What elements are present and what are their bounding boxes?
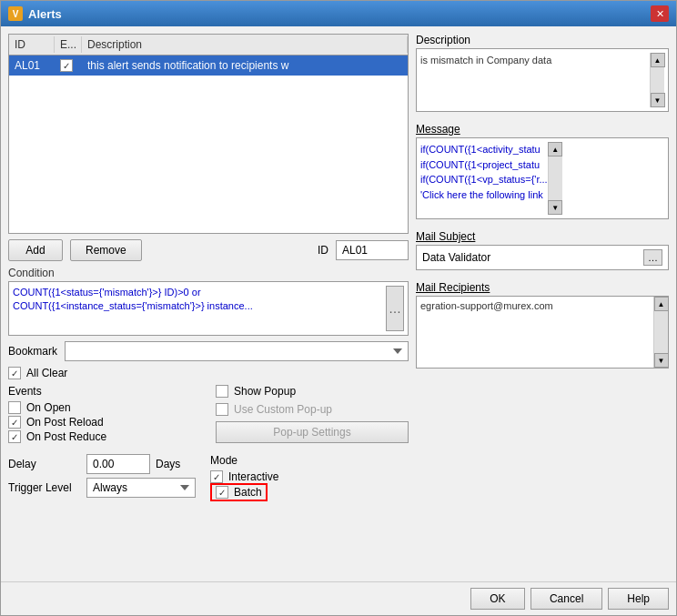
mail-recipients-field: Mail Recipients egration-support@murex.c…: [416, 281, 669, 369]
delay-trigger-section: Delay Days Trigger Level Always Once Eac…: [8, 450, 409, 501]
col-header-e: E...: [55, 36, 82, 53]
rec-scroll-down[interactable]: ▼: [654, 353, 669, 368]
on-post-reload-label: On Post Reload: [26, 416, 104, 429]
mail-subject-value: Data Validator: [422, 251, 490, 264]
alerts-table: ID E... Description AL01 ✓ this alert se…: [8, 34, 409, 234]
use-custom-popup-label: Use Custom Pop-up: [234, 403, 332, 416]
bookmark-row: Bookmark: [8, 341, 409, 361]
description-container: is mismatch in Company data ▲ ▼: [416, 48, 669, 112]
use-custom-popup-row: Use Custom Pop-up: [216, 403, 409, 416]
mail-subject-label: Mail Subject: [416, 230, 669, 243]
bookmark-select[interactable]: [65, 341, 409, 361]
trigger-row: Trigger Level Always Once Each: [8, 478, 196, 498]
condition-container: COUNT({1<status={'mismatch'}>} ID)>0 or …: [8, 281, 409, 336]
col-header-id: ID: [9, 36, 55, 53]
cancel-button[interactable]: Cancel: [530, 588, 602, 610]
on-open-checkbox[interactable]: [8, 401, 21, 414]
days-label: Days: [156, 458, 180, 470]
window-title: Alerts: [28, 7, 62, 21]
ok-button[interactable]: OK: [470, 588, 525, 610]
message-scrollbar: ▲ ▼: [548, 142, 562, 215]
mail-recipients-value: egration-support@murex.com: [417, 297, 653, 368]
on-open-label: On Open: [26, 401, 71, 414]
enabled-checkbox[interactable]: ✓: [60, 59, 73, 72]
id-label: ID: [318, 244, 328, 257]
use-custom-popup-checkbox[interactable]: [216, 403, 228, 416]
interactive-checkbox[interactable]: ✓: [210, 470, 223, 483]
message-container: if(COUNT({1<activity_statu if(COUNT({1<p…: [416, 137, 669, 219]
batch-checkbox[interactable]: ✓: [216, 486, 228, 499]
msg-scroll-up[interactable]: ▲: [548, 142, 562, 157]
show-popup-label: Show Popup: [234, 385, 296, 398]
all-clear-label: All Clear: [26, 367, 67, 379]
buttons-row: Add Remove ID: [8, 239, 409, 261]
popup-settings-button[interactable]: Pop-up Settings: [216, 421, 409, 443]
rec-scroll-up[interactable]: ▲: [654, 297, 669, 311]
close-button[interactable]: ✕: [651, 5, 669, 22]
description-scrollbar: ▲ ▼: [650, 53, 664, 107]
mail-subject-edit-button[interactable]: …: [643, 249, 662, 266]
show-popup-row: Show Popup: [216, 385, 409, 398]
left-panel: ID E... Description AL01 ✓ this alert se…: [8, 34, 409, 574]
description-field: Description is mismatch in Company data …: [416, 34, 669, 112]
on-post-reduce-label: On Post Reduce: [26, 430, 106, 443]
app-icon: V: [8, 6, 23, 21]
col-header-desc: Description: [82, 36, 408, 53]
condition-scroll[interactable]: …: [386, 286, 404, 331]
right-panel: Description is mismatch in Company data …: [416, 34, 669, 574]
on-post-reduce-row: ✓ On Post Reduce: [8, 430, 201, 443]
table-row[interactable]: AL01 ✓ this alert sends notification to …: [9, 56, 408, 76]
msg-scroll-down[interactable]: ▼: [548, 200, 562, 215]
main-content: ID E... Description AL01 ✓ this alert se…: [1, 26, 676, 581]
id-input[interactable]: [336, 240, 409, 260]
popup-col: Show Popup Use Custom Pop-up Pop-up Sett…: [216, 385, 409, 445]
description-label: Description: [416, 34, 669, 46]
all-clear-row: ✓ All Clear: [8, 367, 409, 379]
cell-id: AL01: [9, 57, 55, 74]
mail-subject-field: Mail Subject Data Validator …: [416, 230, 669, 270]
mail-subject-container: Data Validator …: [416, 245, 669, 270]
table-header: ID E... Description: [9, 35, 408, 56]
message-field: Message if(COUNT({1<activity_statu if(CO…: [416, 123, 669, 219]
mail-recipients-label: Mail Recipients: [416, 281, 669, 294]
title-bar-controls: ✕: [651, 5, 669, 22]
on-post-reduce-checkbox[interactable]: ✓: [8, 430, 21, 443]
trigger-label: Trigger Level: [8, 481, 81, 494]
events-col: Events On Open ✓ On Post Reload ✓ On Pos…: [8, 385, 201, 445]
mode-label: Mode: [210, 454, 278, 467]
condition-section: Condition COUNT({1<status={'mismatch'}>}…: [8, 267, 409, 336]
message-label: Message: [416, 123, 669, 136]
interactive-label: Interactive: [228, 470, 278, 483]
bookmark-label: Bookmark: [8, 345, 57, 358]
cell-enabled: ✓: [55, 57, 82, 74]
on-open-row: On Open: [8, 401, 201, 414]
condition-label: Condition: [8, 267, 409, 279]
on-post-reload-checkbox[interactable]: ✓: [8, 416, 21, 429]
recipients-scrollbar: ▲ ▼: [653, 297, 668, 368]
remove-button[interactable]: Remove: [70, 239, 142, 261]
on-post-reload-row: ✓ On Post Reload: [8, 416, 201, 429]
all-clear-checkbox[interactable]: ✓: [8, 367, 21, 379]
condition-text: COUNT({1<status={'mismatch'}>} ID)>0 or …: [13, 286, 386, 331]
events-popup-row: Events On Open ✓ On Post Reload ✓ On Pos…: [8, 385, 409, 445]
cell-description: this alert sends notification to recipie…: [82, 57, 408, 74]
title-bar: V Alerts ✕: [1, 1, 676, 26]
scroll-down[interactable]: ▼: [651, 93, 665, 107]
delay-input[interactable]: [86, 454, 150, 474]
help-button[interactable]: Help: [608, 588, 669, 610]
batch-label: Batch: [234, 486, 262, 499]
batch-highlight: ✓ Batch: [210, 483, 268, 501]
events-label: Events: [8, 385, 201, 398]
trigger-select[interactable]: Always Once Each: [86, 478, 196, 498]
delay-trigger-left: Delay Days Trigger Level Always Once Eac…: [8, 454, 196, 498]
alerts-window: V Alerts ✕ ID E... Description AL01 ✓: [0, 0, 677, 616]
mode-section: Mode ✓ Interactive ✓ Batch: [210, 454, 278, 501]
delay-label: Delay: [8, 458, 81, 470]
bottom-bar: OK Cancel Help: [1, 581, 676, 615]
add-button[interactable]: Add: [8, 239, 63, 261]
show-popup-checkbox[interactable]: [216, 385, 228, 398]
message-value: if(COUNT({1<activity_statu if(COUNT({1<p…: [420, 142, 548, 215]
scroll-up[interactable]: ▲: [651, 53, 665, 67]
title-bar-left: V Alerts: [8, 6, 62, 21]
mode-interactive-row: ✓ Interactive: [210, 470, 278, 483]
